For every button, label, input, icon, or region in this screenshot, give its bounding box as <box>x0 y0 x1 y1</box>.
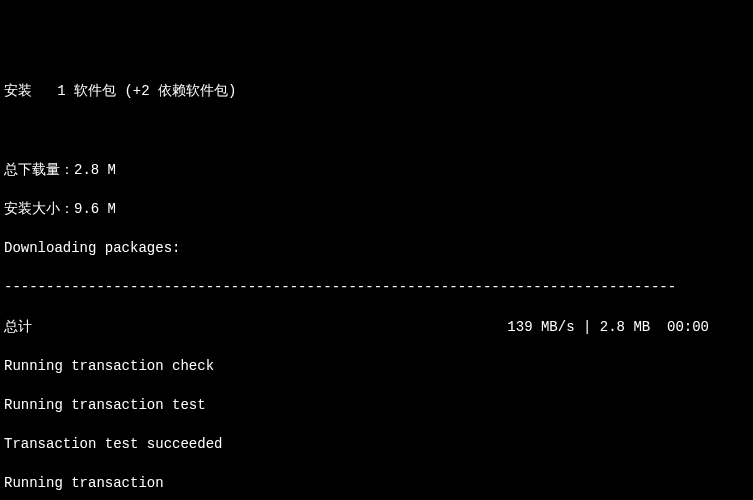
transaction-test: Running transaction test <box>4 396 749 416</box>
separator-line: ----------------------------------------… <box>4 278 749 298</box>
running-transaction: Running transaction <box>4 474 749 494</box>
transaction-check: Running transaction check <box>4 357 749 377</box>
summary-label: 总计 <box>4 318 34 338</box>
install-size: 安装大小：9.6 M <box>4 200 749 220</box>
blank-line <box>4 122 749 142</box>
install-header: 安装 1 软件包 (+2 依赖软件包) <box>4 82 749 102</box>
transaction-succeeded: Transaction test succeeded <box>4 435 749 455</box>
summary-stats: 139 MB/s | 2.8 MB 00:00 <box>507 318 749 338</box>
total-download-size: 总下载量：2.8 M <box>4 161 749 181</box>
summary-line: 总计 139 MB/s | 2.8 MB 00:00 <box>4 318 749 338</box>
downloading-packages: Downloading packages: <box>4 239 749 259</box>
